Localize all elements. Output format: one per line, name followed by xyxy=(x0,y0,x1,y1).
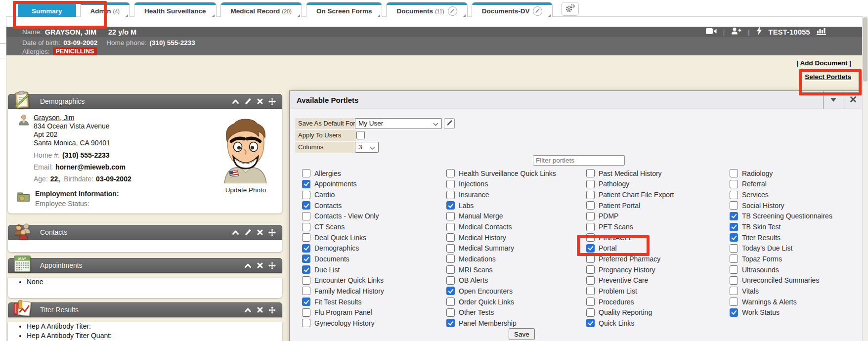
scrollbar-thumb[interactable] xyxy=(863,17,868,82)
warnings-alerts-checkbox[interactable] xyxy=(730,298,738,306)
edit-default-button[interactable] xyxy=(444,118,455,129)
radiology-checkbox[interactable] xyxy=(730,169,738,177)
tab-documents-dv[interactable]: Documents-DV xyxy=(472,2,553,17)
due-list-checkbox[interactable] xyxy=(302,265,310,274)
filter-portlets-input[interactable] xyxy=(533,155,625,166)
referral-checkbox[interactable] xyxy=(730,180,738,188)
contacts-view-only-checkbox[interactable] xyxy=(302,212,310,220)
patient-name-link[interactable]: Grayson, Jim xyxy=(34,114,74,122)
tab-health-surveillance[interactable]: Health Surveillance xyxy=(134,2,217,17)
work-status-checkbox[interactable] xyxy=(730,308,738,317)
popout-icon[interactable] xyxy=(448,6,457,16)
portlet-header[interactable]: Demographics xyxy=(8,94,282,109)
allergy-badge[interactable]: PENICILLINS xyxy=(53,47,97,55)
portal-checkbox[interactable] xyxy=(586,244,595,253)
tb-skin-test-checkbox[interactable] xyxy=(730,223,738,231)
quick-links-checkbox[interactable] xyxy=(586,319,595,327)
medical-history-checkbox[interactable] xyxy=(446,233,455,242)
preventive-care-checkbox[interactable] xyxy=(586,276,595,285)
tab-admin[interactable]: Admin(4) xyxy=(80,2,130,17)
move-handle-icon[interactable] xyxy=(268,98,276,105)
save-button[interactable]: Save xyxy=(509,328,535,340)
lightning-icon[interactable] xyxy=(756,27,762,37)
titer-results-checkbox[interactable] xyxy=(730,233,738,242)
tab-on-screen-forms[interactable]: On Screen Forms xyxy=(306,2,383,17)
problem-list-checkbox[interactable] xyxy=(586,287,595,295)
tab-documents[interactable]: Documents(11) xyxy=(386,2,467,17)
close-x-icon[interactable] xyxy=(257,98,263,104)
columns-select[interactable]: 3 xyxy=(355,142,379,153)
pinnacle-checkbox[interactable] xyxy=(586,233,595,242)
page-scrollbar[interactable] xyxy=(862,16,868,341)
quality-reporting-checkbox[interactable] xyxy=(586,308,595,317)
bar-chart-icon[interactable] xyxy=(817,27,826,37)
social-history-checkbox[interactable] xyxy=(730,201,738,210)
add-person-icon[interactable] xyxy=(731,27,741,37)
pdmp-checkbox[interactable] xyxy=(586,212,595,220)
appointments-checkbox[interactable] xyxy=(302,180,310,188)
update-photo-link[interactable]: Update Photo xyxy=(225,186,266,194)
close-x-icon[interactable] xyxy=(257,307,263,313)
move-handle-icon[interactable] xyxy=(268,306,276,314)
collapse-chevron-icon[interactable] xyxy=(244,307,252,313)
patient-chart-file-export-checkbox[interactable] xyxy=(586,191,595,199)
fit-test-results-checkbox[interactable] xyxy=(302,298,310,306)
manual-merge-checkbox[interactable] xyxy=(446,212,455,220)
edit-pencil-icon[interactable] xyxy=(245,229,252,236)
panel-membership-checkbox[interactable] xyxy=(446,319,455,327)
mri-scans-checkbox[interactable] xyxy=(446,265,455,274)
injections-checkbox[interactable] xyxy=(446,180,455,188)
dialog-header[interactable]: Available Portlets xyxy=(290,91,863,109)
documents-checkbox[interactable] xyxy=(302,255,310,263)
close-x-icon[interactable] xyxy=(257,229,263,235)
tab-medical-record[interactable]: Medical Record(20) xyxy=(220,2,302,17)
open-encounters-checkbox[interactable] xyxy=(446,287,455,295)
allergies-checkbox[interactable] xyxy=(302,169,310,177)
preferred-pharmacy-checkbox[interactable] xyxy=(586,255,595,263)
labs-checkbox[interactable] xyxy=(446,201,455,210)
tab-summary[interactable]: Summary xyxy=(18,2,76,17)
move-handle-icon[interactable] xyxy=(268,262,276,269)
flu-program-panel-checkbox[interactable] xyxy=(302,308,310,317)
ultrasounds-checkbox[interactable] xyxy=(730,265,738,274)
collapse-chevron-icon[interactable] xyxy=(232,230,239,235)
pathology-checkbox[interactable] xyxy=(586,180,595,188)
unreconciled-summaries-checkbox[interactable] xyxy=(730,276,738,285)
save-as-default-select[interactable]: My User xyxy=(355,118,442,129)
contacts-checkbox[interactable] xyxy=(302,201,310,210)
portlet-header[interactable]: MAY Appointments xyxy=(8,258,282,273)
services-checkbox[interactable] xyxy=(730,191,738,199)
portlet-header[interactable]: Contacts xyxy=(8,225,282,240)
health-surveillance-quick-links-checkbox[interactable] xyxy=(446,169,455,177)
apply-to-users-checkbox[interactable] xyxy=(356,131,365,139)
gynecology-history-checkbox[interactable] xyxy=(302,319,310,327)
pregnancy-history-checkbox[interactable] xyxy=(586,265,595,274)
other-tests-checkbox[interactable] xyxy=(446,308,455,317)
collapse-chevron-icon[interactable] xyxy=(244,263,252,268)
collapse-chevron-icon[interactable] xyxy=(232,99,239,104)
medications-checkbox[interactable] xyxy=(446,255,455,263)
vitals-checkbox[interactable] xyxy=(730,287,738,295)
order-quick-links-checkbox[interactable] xyxy=(446,298,455,306)
cardio-checkbox[interactable] xyxy=(302,191,310,199)
select-portlets-link[interactable]: Select Portlets xyxy=(805,73,851,81)
pet-scans-checkbox[interactable] xyxy=(586,223,595,231)
deal-quick-links-checkbox[interactable] xyxy=(302,233,310,242)
past-medical-history-checkbox[interactable] xyxy=(586,169,595,177)
add-document-link[interactable]: Add Document xyxy=(800,59,847,67)
encounter-quick-links-checkbox[interactable] xyxy=(302,276,310,285)
demographics-checkbox[interactable] xyxy=(302,244,310,253)
insurance-checkbox[interactable] xyxy=(446,191,455,199)
medical-contacts-checkbox[interactable] xyxy=(446,223,455,231)
ob-alerts-checkbox[interactable] xyxy=(446,276,455,285)
tb-screening-questionnaires-checkbox[interactable] xyxy=(730,212,738,220)
video-camera-icon[interactable] xyxy=(706,28,717,37)
close-x-icon[interactable] xyxy=(257,262,263,268)
dialog-close-button[interactable] xyxy=(843,91,863,109)
ct-scans-checkbox[interactable] xyxy=(302,223,310,231)
medical-summary-checkbox[interactable] xyxy=(446,244,455,253)
popout-icon[interactable] xyxy=(533,6,542,16)
today-s-due-list-checkbox[interactable] xyxy=(730,244,738,253)
move-handle-icon[interactable] xyxy=(268,229,276,236)
family-medical-history-checkbox[interactable] xyxy=(302,287,310,295)
